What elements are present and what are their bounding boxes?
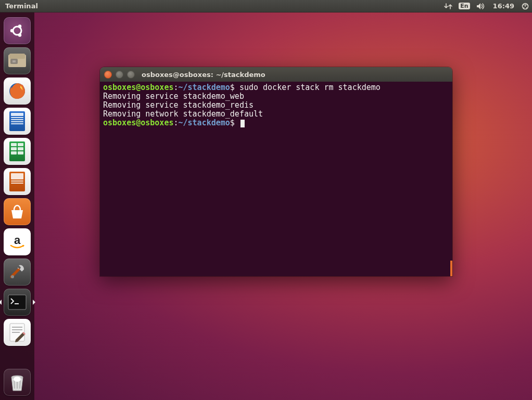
cursor <box>240 120 245 127</box>
launcher-firefox[interactable] <box>4 78 31 105</box>
svg-point-11 <box>11 275 14 278</box>
launcher-calc[interactable] <box>4 138 31 165</box>
trash-icon <box>8 372 27 393</box>
terminal-icon <box>7 294 27 311</box>
terminal-line: osboxes@osboxes:~/stackdemo$ sudo docker… <box>103 83 449 92</box>
scrollbar-indicator[interactable] <box>450 261 452 276</box>
language-indicator[interactable]: En <box>459 3 470 9</box>
files-icon <box>7 53 27 69</box>
launcher-writer[interactable] <box>4 108 31 135</box>
software-icon <box>8 203 26 221</box>
top-menubar[interactable]: Terminal En 16:49 <box>0 0 532 12</box>
launcher-amazon[interactable]: a <box>4 228 31 255</box>
active-app-title: Terminal <box>5 2 38 10</box>
prompt-sep: : <box>173 118 178 127</box>
prompt-sep: : <box>173 83 178 92</box>
svg-text:a: a <box>14 234 21 247</box>
launcher-terminal[interactable] <box>4 289 31 316</box>
svg-rect-6 <box>9 54 25 59</box>
amazon-icon: a <box>7 231 28 252</box>
svg-rect-12 <box>8 295 26 309</box>
launcher-files[interactable] <box>4 47 31 74</box>
launcher-trash[interactable] <box>4 369 31 396</box>
language-label: En <box>459 3 470 9</box>
session-indicator[interactable] <box>522 3 529 10</box>
launcher-software[interactable] <box>4 198 31 225</box>
launcher-settings[interactable] <box>4 259 31 286</box>
writer-icon <box>9 111 25 131</box>
terminal-body[interactable]: osboxes@osboxes:~/stackdemo$ sudo docker… <box>100 82 452 276</box>
terminal-output-line: Removing service stackdemo_web <box>103 92 449 101</box>
window-close-button[interactable] <box>104 71 112 79</box>
ubuntu-logo-icon <box>8 21 27 40</box>
terminal-output-line: Removing network stackdemo_default <box>103 110 449 119</box>
prompt-symbol: $ <box>230 83 235 92</box>
calc-icon <box>9 141 25 161</box>
impress-icon <box>9 172 25 191</box>
texteditor-icon <box>8 322 26 343</box>
command-text <box>235 118 239 127</box>
prompt-symbol: $ <box>230 118 235 127</box>
terminal-output-line: Removing service stackdemo_redis <box>103 101 449 110</box>
terminal-window[interactable]: osboxes@osboxes: ~/stackdemo osboxes@osb… <box>100 67 452 276</box>
launcher-texteditor[interactable] <box>4 319 31 346</box>
launcher-dash[interactable] <box>4 17 31 44</box>
svg-point-15 <box>14 377 21 382</box>
window-minimize-button[interactable] <box>116 71 123 79</box>
svg-point-3 <box>18 24 21 28</box>
clock[interactable]: 16:49 <box>493 2 514 10</box>
svg-point-4 <box>18 33 21 36</box>
svg-point-2 <box>10 29 14 32</box>
window-maximize-button[interactable] <box>127 71 135 79</box>
svg-rect-8 <box>12 60 16 62</box>
terminal-titlebar[interactable]: osboxes@osboxes: ~/stackdemo <box>100 67 452 82</box>
prompt-path: ~/stackdemo <box>179 83 230 92</box>
prompt-user-host: osboxes@osboxes <box>103 83 173 92</box>
prompt-path: ~/stackdemo <box>179 118 230 127</box>
firefox-icon <box>7 81 28 101</box>
volume-indicator[interactable] <box>476 3 486 10</box>
prompt-user-host: osboxes@osboxes <box>103 118 173 127</box>
settings-icon <box>7 262 27 282</box>
terminal-line: osboxes@osboxes:~/stackdemo$ <box>103 119 449 127</box>
network-indicator[interactable] <box>444 3 452 10</box>
launcher-impress[interactable] <box>4 168 31 195</box>
command-text: sudo docker stack rm stackdemo <box>235 83 381 92</box>
unity-launcher: a <box>0 12 34 400</box>
window-title: osboxes@osboxes: ~/stackdemo <box>142 71 265 79</box>
